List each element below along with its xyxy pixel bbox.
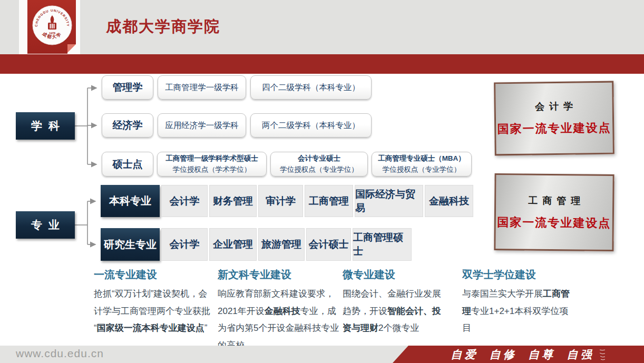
header-band (0, 0, 644, 54)
page-title: 成都大学商学院 (106, 16, 220, 37)
major-accounting: 会计学 (161, 185, 208, 217)
school-motto: 自爱 自修 自尊 自强 (451, 347, 594, 362)
major-fintech: 金融科技 (425, 185, 473, 217)
highlight-heading: 新文科专业建设 (218, 268, 340, 282)
ribbon-fold (67, 44, 76, 53)
grad-accounting: 会计学 (161, 228, 208, 261)
grad-mba: 工商管理硕士 (353, 228, 412, 261)
major-financial-management: 财务管理 (209, 185, 257, 217)
highlight-heading: 微专业建设 (343, 268, 450, 282)
major-intl-trade: 国际经济与贸易 (355, 185, 423, 217)
row-label-graduate: 研究生专业 (101, 228, 160, 261)
row-masters: 硕士点 工商管理一级学科学术型硕士 学位授权点（学术学位） 会计专业硕士 学位授… (102, 152, 472, 176)
row-economics: 经济学 应用经济学一级学科 两个二级学科（本科专业） (102, 113, 372, 138)
box-mba-master: 工商管理专业硕士（MBA） 学位授权点（专业学位） (372, 152, 472, 176)
box-two-second-level: 两个二级学科（本科专业） (262, 120, 360, 131)
tag-major: 专业 (16, 211, 75, 239)
box-first-level-discipline: 工商管理学一级学科 (165, 82, 239, 93)
motto-signature-seal (598, 348, 607, 361)
row-label-management: 管理学 (102, 75, 153, 100)
row-management: 管理学 工商管理学一级学科 四个二级学科（本科专业） (102, 75, 372, 100)
box-applied-economics: 应用经济学一级学科 (165, 120, 239, 131)
highlight-dual-degree: 双学士学位建设 与泰国兰实大学开展工商管理专业1+2+1本科双学位项目 (462, 268, 574, 337)
plaque-business-admin: 工商管理 国家一流专业建设点 (494, 173, 614, 251)
motto-bar: 自爱 自修 自尊 自强 (393, 346, 644, 363)
highlight-micro-major: 微专业建设 围绕会计、金融行业发展趋势，开设智能会计、投资与理财2个微专业 (343, 268, 450, 337)
plaque-subject: 会计学 (530, 100, 578, 113)
grad-enterprise-management: 企业管理 (209, 228, 257, 261)
university-seal-icon: CHENGDU UNIVERSITY 1978 成都大学 (32, 5, 72, 45)
highlight-heading: 一流专业建设 (94, 268, 216, 282)
plaque-accounting: 会计学 国家一流专业建设点 (494, 81, 614, 156)
row-label-economics: 经济学 (102, 113, 153, 138)
plaque-subject: 工商管理 (523, 194, 585, 207)
slide: CHENGDU UNIVERSITY 1978 成都大学 成都大学商学院 (0, 0, 644, 363)
row-undergraduate: 本科专业 会计学 财务管理 审计学 工商管理 国际经济与贸易 金融科技 (101, 185, 473, 217)
row-label-undergraduate: 本科专业 (101, 185, 160, 217)
highlight-new-liberal-arts: 新文科专业建设 响应教育部新文科建设要求，2021年开设金融科技专业，成为省内第… (218, 268, 340, 355)
website-url: www.cdu.edu.cn (16, 347, 104, 360)
grad-tourism-management: 旅游管理 (258, 228, 305, 261)
box-accounting-master: 会计专业硕士 学位授权点（专业学位） (270, 152, 368, 176)
row-label-masters: 硕士点 (102, 152, 153, 176)
highlight-body: 围绕会计、金融行业发展趋势，开设智能会计、投资与理财2个微专业 (343, 286, 450, 337)
box-second-level-disciplines: 四个二级学科（本科专业） (262, 82, 360, 93)
grad-accounting-master: 会计硕士 (306, 228, 351, 261)
tag-subject: 学科 (16, 112, 75, 140)
plaque-honor: 国家一流专业建设点 (497, 120, 611, 138)
highlight-first-class: 一流专业建设 抢抓“双万计划”建设契机，会计学与工商管理两个专业获批“国家级一流… (94, 268, 216, 337)
box-academic-master: 工商管理一级学科学术型硕士 学位授权点（学术学位） (157, 152, 267, 176)
row-graduate: 研究生专业 会计学 企业管理 旅游管理 会计硕士 工商管理硕士 (101, 228, 412, 261)
major-business-admin: 工商管理 (305, 185, 353, 217)
highlight-body: 响应教育部新文科建设要求，2021年开设金融科技专业，成为省内第5个开设金融科技… (218, 286, 340, 355)
highlight-heading: 双学士学位建设 (462, 268, 574, 282)
highlight-body: 抢抓“双万计划”建设契机，会计学与工商管理两个专业获批“国家级一流本科专业建设点… (94, 286, 216, 337)
plaque-honor: 国家一流专业建设点 (497, 214, 611, 231)
highlight-body: 与泰国兰实大学开展工商管理专业1+2+1本科双学位项目 (462, 286, 574, 337)
major-auditing: 审计学 (258, 185, 303, 217)
header-red-bar (0, 54, 644, 74)
